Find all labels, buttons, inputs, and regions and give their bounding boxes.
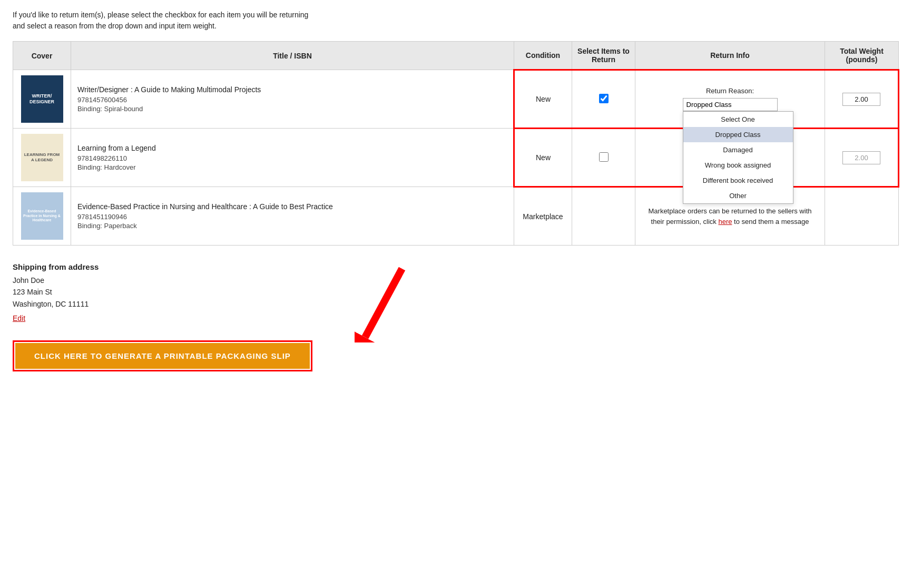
condition-cell-3: Marketplace [514, 187, 572, 246]
header-select-items: Select Items to Return [572, 42, 635, 70]
condition-cell-1: New [514, 70, 572, 129]
weight-cell-3 [825, 187, 899, 246]
book-title-2: Learning from a Legend [77, 144, 507, 152]
condition-cell-2: New [514, 129, 572, 187]
header-cover: Cover [13, 42, 71, 70]
shipping-address: 123 Main St [13, 286, 312, 298]
marketplace-here-link[interactable]: here [718, 218, 732, 226]
select-cell-2[interactable] [572, 129, 635, 187]
return-checkbox-1[interactable] [599, 94, 609, 103]
dropdown-option-different-book[interactable]: Different book received [683, 173, 793, 188]
shipping-column: Shipping from address John Doe 123 Main … [13, 258, 312, 371]
dropdown-open-list: Select One Dropped Class Damaged Wrong b… [683, 111, 793, 204]
book-info-cell-2: Learning from a Legend 9781498226110 Bin… [71, 129, 514, 187]
dropdown-option-wrong-book[interactable]: Wrong book assigned [683, 158, 793, 173]
condition-value-1: New [536, 95, 551, 103]
bottom-area: Shipping from address John Doe 123 Main … [13, 258, 899, 371]
book-isbn-2: 9781498226110 [77, 154, 507, 162]
marketplace-text: Marketplace orders can be returned to th… [642, 206, 818, 227]
generate-button-wrapper: CLICK HERE TO GENERATE A PRINTABLE PACKA… [13, 340, 312, 371]
dropdown-option-dropped-class[interactable]: Dropped Class [683, 127, 793, 142]
book-binding-1: Binding: Spiral-bound [77, 105, 507, 113]
book-isbn-1: 9781457600456 [77, 96, 507, 104]
shipping-name: John Doe [13, 275, 312, 286]
book-cover-cell-2: LEARNING FROM A LEGEND [13, 129, 71, 187]
book-binding-2: Binding: Hardcover [77, 163, 507, 171]
dropdown-option-other[interactable]: Other [683, 188, 793, 203]
book-cover-cell-3: Evidence-Based Practice in Nursing & Hea… [13, 187, 71, 246]
return-reason-select-1[interactable]: Select One Dropped Class Damaged Wrong b… [683, 98, 778, 111]
arrow-column [355, 258, 418, 342]
condition-value-2: New [536, 153, 551, 162]
condition-value-3: Marketplace [523, 212, 563, 221]
shipping-section: Shipping from address John Doe 123 Main … [13, 262, 312, 322]
header-return-info: Return Info [635, 42, 825, 70]
return-reason-label-1: Return Reason: [642, 87, 818, 95]
header-condition: Condition [514, 42, 572, 70]
return-checkbox-2[interactable] [599, 152, 609, 162]
book-binding-3: Binding: Paperback [77, 222, 507, 230]
items-table: Cover Title / ISBN Condition Select Item… [13, 41, 899, 246]
svg-line-1 [365, 269, 402, 337]
weight-input-2[interactable] [842, 151, 880, 164]
generate-packaging-slip-button[interactable]: CLICK HERE TO GENERATE A PRINTABLE PACKA… [15, 343, 310, 369]
weight-cell-2[interactable] [825, 129, 899, 187]
book-cover-cell: WRITER/DESIGNER [13, 70, 71, 129]
shipping-city-state-zip: Washington, DC 11111 [13, 298, 312, 310]
book-title-3: Evidence-Based Practice in Nursing and H… [77, 202, 507, 211]
select-cell-1[interactable] [572, 70, 635, 129]
book-info-cell-3: Evidence-Based Practice in Nursing and H… [71, 187, 514, 246]
red-arrow-icon [355, 263, 418, 342]
header-title-isbn: Title / ISBN [71, 42, 514, 70]
weight-input-1[interactable] [842, 93, 880, 106]
shipping-title: Shipping from address [13, 262, 312, 271]
weight-cell-1[interactable] [825, 70, 899, 129]
dropdown-option-select-one[interactable]: Select One [683, 112, 793, 127]
return-info-cell-1[interactable]: Return Reason: Select One Dropped Class … [635, 70, 825, 129]
cover-image-3: Evidence-Based Practice in Nursing & Hea… [21, 192, 63, 240]
cover-image-2: LEARNING FROM A LEGEND [21, 134, 63, 181]
book-info-cell-1: Writer/Designer : A Guide to Making Mult… [71, 70, 514, 129]
select-cell-3 [572, 187, 635, 246]
book-isbn-3: 9781451190946 [77, 213, 507, 221]
edit-address-link[interactable]: Edit [13, 314, 25, 322]
header-total-weight: Total Weight (pounds) [825, 42, 899, 70]
intro-text: If you'd like to return item(s), please … [13, 9, 899, 32]
table-row: WRITER/DESIGNER Writer/Designer : A Guid… [13, 70, 899, 129]
cover-image-1: WRITER/DESIGNER [21, 75, 63, 123]
dropdown-option-damaged[interactable]: Damaged [683, 142, 793, 158]
book-title-1: Writer/Designer : A Guide to Making Mult… [77, 85, 507, 94]
